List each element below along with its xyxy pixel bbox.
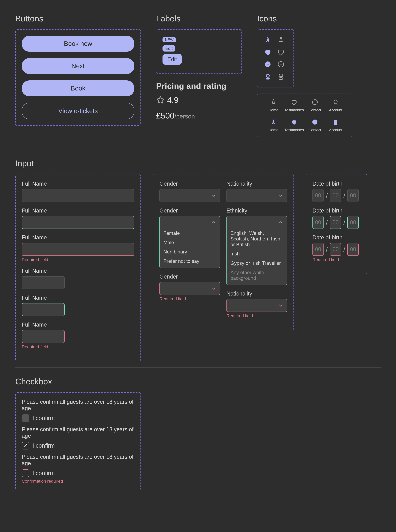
gender-option-female[interactable]: Female xyxy=(163,229,216,238)
ethnicity-label: Ethnicity xyxy=(227,207,287,214)
checkbox-label: I confirm xyxy=(32,470,55,476)
rocket-icon xyxy=(263,36,272,44)
date-inputs-container: Date of birth / / Date of birth / / xyxy=(306,174,367,274)
book-now-button[interactable]: Book now xyxy=(22,36,134,52)
chevron-down-icon xyxy=(211,286,216,291)
dob-day-default[interactable] xyxy=(312,189,324,202)
fullname-input-small-focus[interactable] xyxy=(22,303,64,316)
nav-label: Home xyxy=(268,108,278,112)
gender-option-prefnot[interactable]: Prefer not to say xyxy=(163,256,216,266)
nav-label: Account xyxy=(329,128,342,132)
checkbox-label: I confirm xyxy=(32,442,55,449)
view-tickets-button[interactable]: View e-tickets xyxy=(22,103,134,119)
dob-year-focus[interactable] xyxy=(347,216,359,229)
ethnicity-option-gypsy[interactable]: Gypsy or Irish Traveller xyxy=(230,259,283,268)
date-separator: / xyxy=(326,192,328,199)
rating-value: 4.9 xyxy=(167,95,179,105)
chevron-down-icon xyxy=(278,303,283,308)
checkbox-label: I confirm xyxy=(32,415,55,421)
fullname-label: Full Name xyxy=(22,207,134,214)
svg-rect-15 xyxy=(334,123,337,125)
svg-point-0 xyxy=(267,38,268,39)
fullname-input-focus[interactable] xyxy=(22,216,134,229)
section-labels-title: Labels xyxy=(156,14,242,23)
chat-outline-icon xyxy=(277,60,285,69)
nav-account-active[interactable]: Account xyxy=(326,118,345,132)
fullname-label: Full Name xyxy=(22,322,134,328)
gender-select-open[interactable]: Female Male Non binary Prefer not to say xyxy=(159,216,220,268)
fullname-label: Full Name xyxy=(22,268,134,274)
chevron-up-icon xyxy=(278,220,283,225)
heart-icon xyxy=(290,118,298,126)
date-separator: / xyxy=(343,192,345,199)
ethnicity-option-irish[interactable]: Irish xyxy=(230,249,283,259)
nav-account-inactive[interactable]: Account xyxy=(326,98,345,112)
fullname-input-small-default[interactable] xyxy=(22,276,64,289)
astronaut-icon xyxy=(332,118,339,126)
section-checkbox-title: Checkbox xyxy=(15,377,381,386)
dob-month-default[interactable] xyxy=(330,189,341,202)
nav-home-inactive[interactable]: Home xyxy=(263,98,283,112)
icons-container xyxy=(257,29,294,87)
nav-container: Home Testimonies Contact Account xyxy=(257,94,352,137)
nav-contact-active[interactable]: Contact xyxy=(305,118,325,132)
date-separator: / xyxy=(326,245,328,253)
date-separator: / xyxy=(343,245,345,253)
gender-option-nonbinary[interactable]: Non binary xyxy=(163,247,216,256)
svg-rect-6 xyxy=(266,78,270,79)
divider xyxy=(15,149,381,149)
nav-label: Account xyxy=(329,108,342,112)
section-buttons-title: Buttons xyxy=(15,14,141,23)
astronaut-outline-icon xyxy=(277,73,285,81)
next-button[interactable]: Next xyxy=(22,58,134,74)
nav-contact-inactive[interactable]: Contact xyxy=(305,98,325,112)
gender-select-default[interactable] xyxy=(159,189,220,202)
price-suffix: /person xyxy=(175,113,195,120)
error-message: Required field xyxy=(22,257,134,262)
nav-label: Testimonies xyxy=(285,128,304,132)
section-input-title: Input xyxy=(15,158,381,168)
ethnicity-option-eng[interactable]: English, Welsh, Scottish, Northern Irish… xyxy=(230,229,283,249)
text-inputs-container: Full Name Full Name Full Name Required f… xyxy=(15,174,141,361)
star-icon xyxy=(156,96,165,104)
dob-day-error[interactable] xyxy=(312,243,324,256)
dob-label: Date of birth xyxy=(312,234,361,241)
nav-label: Testimonies xyxy=(285,108,304,112)
nationality-select-error[interactable] xyxy=(227,299,287,312)
dob-month-focus[interactable] xyxy=(330,216,341,229)
edit-label[interactable]: Edit xyxy=(163,54,182,65)
confirm-checkbox-checked[interactable]: ✓ xyxy=(22,442,29,449)
nav-home-active[interactable]: Home xyxy=(263,118,283,132)
fullname-input-error[interactable] xyxy=(22,243,134,256)
rocket-icon xyxy=(269,118,277,126)
confirm-checkbox-unchecked[interactable] xyxy=(22,414,29,422)
dob-month-error[interactable] xyxy=(330,243,341,256)
book-button[interactable]: Book xyxy=(22,80,134,96)
dob-year-default[interactable] xyxy=(347,189,359,202)
gender-select-error[interactable] xyxy=(159,282,220,295)
ethnicity-select-open[interactable]: English, Welsh, Scottish, Northern Irish… xyxy=(227,216,287,285)
dob-day-focus[interactable] xyxy=(312,216,324,229)
nav-testimonies-active[interactable]: Testimonies xyxy=(284,118,304,132)
buttons-container: Book now Next Book View e-tickets xyxy=(15,29,141,126)
nationality-label: Nationality xyxy=(227,181,287,187)
nav-testimonies-inactive[interactable]: Testimonies xyxy=(284,98,304,112)
edit-label-small[interactable]: Edit xyxy=(163,45,175,51)
heart-icon xyxy=(290,98,298,106)
labels-container: NEW Edit Edit xyxy=(156,29,242,74)
fullname-input-small-error[interactable] xyxy=(22,330,64,343)
error-message: Required field xyxy=(312,257,361,262)
confirm-checkbox-error[interactable] xyxy=(22,469,29,477)
fullname-input-default[interactable] xyxy=(22,189,134,202)
heart-outline-icon xyxy=(277,48,285,57)
fullname-label: Full Name xyxy=(22,234,134,241)
nationality-select-default[interactable] xyxy=(227,189,287,202)
nav-label: Home xyxy=(268,128,278,132)
nav-label: Contact xyxy=(309,108,321,112)
dob-year-error[interactable] xyxy=(347,243,359,256)
select-inputs-container: Gender Gender Female Male Non bina xyxy=(153,174,294,330)
ethnicity-option-other[interactable]: Any other white background xyxy=(230,268,283,283)
gender-option-male[interactable]: Male xyxy=(163,238,216,247)
svg-point-13 xyxy=(312,119,317,125)
svg-point-10 xyxy=(312,100,317,105)
